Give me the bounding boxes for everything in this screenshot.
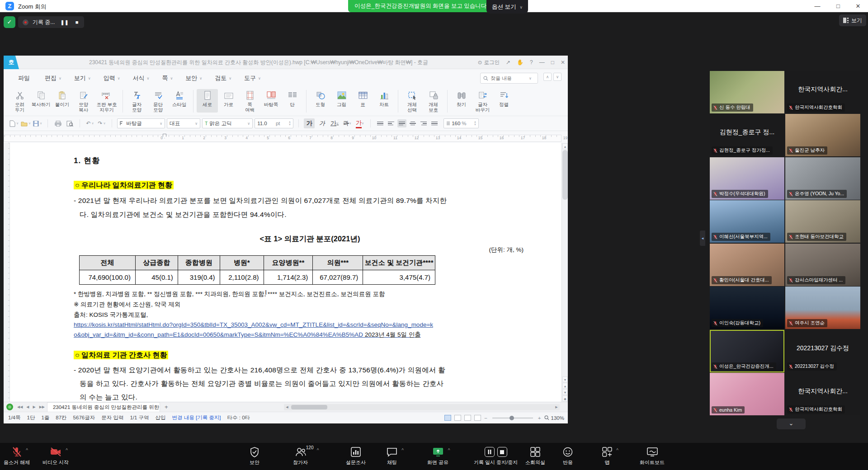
hwp-menu-item[interactable]: 보기∨: [68, 69, 97, 87]
last-tab-button[interactable]: ▶▶: [38, 405, 46, 409]
chevron-up-icon[interactable]: ^: [317, 448, 319, 453]
spacing-down-stepper[interactable]: ∨: [474, 123, 476, 126]
hwp-feedback-button[interactable]: ✋: [517, 59, 524, 66]
add-tab-button[interactable]: +: [161, 404, 172, 410]
hwp-search-input[interactable]: [491, 75, 527, 81]
participant-tile[interactable]: 한국지역사회간... 한국지역사회간호학회: [785, 71, 860, 113]
open-document-button[interactable]: ∨: [21, 118, 31, 128]
participant-tile[interactable]: 이인숙(강동대학교): [710, 287, 784, 329]
participant-tile[interactable]: eunha Kim: [710, 373, 784, 415]
paste-button[interactable]: 붙이기: [52, 89, 73, 113]
align-left-button[interactable]: [387, 119, 396, 127]
page-margins-button[interactable]: 쪽여백: [239, 89, 260, 113]
hwp-close-button[interactable]: ✕: [561, 59, 565, 66]
scroll-right-button[interactable]: ▶: [553, 404, 560, 410]
sort-button[interactable]: 정렬: [493, 89, 514, 113]
pause-recording-icon[interactable]: [485, 447, 495, 457]
chevron-up-icon[interactable]: ^: [401, 448, 404, 453]
font-color-button[interactable]: 가∨: [354, 118, 365, 128]
source-url-link[interactable]: https://kosis.kr/statHtml/statHtml.do?or…: [74, 320, 546, 340]
master-page-button[interactable]: 바탕쪽: [260, 89, 282, 113]
align-both-button[interactable]: [376, 119, 385, 127]
replace-button[interactable]: 글자바꾸기: [472, 89, 493, 113]
columns-button[interactable]: 단: [282, 89, 303, 113]
participant-tile[interactable]: 울진군 남추자: [785, 114, 860, 156]
hwp-menu-item[interactable]: 보안∨: [179, 69, 208, 87]
participant-tile[interactable]: 신 동수 한림대: [710, 71, 784, 113]
hwp-login-button[interactable]: ⊙ 로그인: [478, 59, 500, 66]
save-button[interactable]: ∨: [33, 118, 42, 128]
redo-button[interactable]: ↷∨: [97, 118, 107, 128]
char-shape-button[interactable]: 글자모양: [126, 89, 147, 113]
vertical-scrollbar[interactable]: ▲ ▼ ▲ ▼ ◆: [561, 143, 568, 402]
style-button[interactable]: 스타일: [169, 89, 190, 113]
strike-button[interactable]: 과∨: [342, 118, 353, 128]
share-screen-button[interactable]: ^ 화면 공유: [427, 446, 448, 466]
remove-control-marks-button[interactable]: [###]조판 부호지우기: [94, 89, 119, 113]
hscrollbar-thumb[interactable]: [291, 405, 327, 409]
participant-tile[interactable]: 한국지역사회간... 한국지역사회간호학회: [785, 373, 860, 415]
copy-button[interactable]: 복사하기: [30, 89, 52, 113]
chevron-up-icon[interactable]: ^: [26, 448, 28, 453]
chat-button[interactable]: ^ 채팅: [387, 446, 397, 466]
insert-table-button[interactable]: 표: [352, 89, 373, 107]
hwp-menu-item[interactable]: 쪽∨: [156, 69, 179, 87]
hwp-menu-item[interactable]: 편집∨: [38, 69, 68, 87]
scroll-left-button[interactable]: ◀: [284, 404, 290, 410]
panel-collapse-handle[interactable]: ◂: [700, 230, 705, 246]
share-options-button[interactable]: 옵션 보기∨: [486, 0, 528, 14]
recording-stop-button[interactable]: ■: [74, 19, 80, 25]
chevron-up-icon[interactable]: ^: [448, 448, 450, 453]
document-page[interactable]: 1. 현황 ○ 우리나라 일차의료기관 현황 - 2021년 말 현재 우리나라…: [10, 143, 561, 402]
next-page-button[interactable]: ▼: [562, 389, 568, 395]
align-right-button[interactable]: [419, 119, 428, 127]
page-landscape-button[interactable]: 가로: [218, 89, 239, 113]
zoom-level[interactable]: 130%: [544, 415, 564, 421]
font-combo[interactable]: T맑은 고딕∨: [202, 118, 253, 128]
recording-pause-stop-button[interactable]: 기록 일시 중지/중지: [474, 446, 518, 466]
prev-page-button[interactable]: ▲: [562, 383, 568, 389]
zoom-in-button[interactable]: +: [538, 415, 541, 421]
window-minimize-button[interactable]: —: [807, 0, 827, 12]
assistant-icon[interactable]: [6, 404, 13, 410]
participant-tile-active-speaker[interactable]: 이성은_한국건강증진개...: [710, 330, 784, 372]
view-layout-button[interactable]: 보기: [839, 14, 866, 26]
start-video-button[interactable]: ^ 비디오 시작: [42, 446, 69, 466]
participant-tile[interactable]: 이혜선(서울북부지역...: [710, 200, 784, 243]
zoom-out-button[interactable]: −: [484, 415, 487, 421]
chevron-up-icon[interactable]: ^: [616, 448, 618, 453]
object-select-button[interactable]: 개체선택: [401, 89, 423, 113]
first-tab-button[interactable]: ◀◀: [16, 405, 24, 409]
hwp-help-button[interactable]: ?: [530, 59, 533, 66]
hwp-search-box[interactable]: ∨: [480, 73, 538, 84]
hwp-menu-item[interactable]: 파일: [12, 69, 38, 87]
reactions-button[interactable]: 반응: [563, 446, 573, 466]
whiteboard-button[interactable]: 화이트보드: [640, 446, 665, 466]
polls-button[interactable]: 설문조사: [346, 446, 366, 466]
prev-tab-button[interactable]: ◀: [25, 405, 30, 409]
participant-tile[interactable]: 김현정_종로구 정... 김현정_종로구 정가정...: [710, 114, 784, 156]
participants-button[interactable]: 120^ 참가자: [293, 446, 308, 466]
unmute-button[interactable]: ^ 음소거 해제: [4, 446, 30, 466]
page-portrait-button[interactable]: 세로: [197, 89, 218, 113]
paragraph-shape-button[interactable]: 문단모양: [147, 89, 169, 113]
view-mode-page-button[interactable]: [444, 415, 451, 421]
next-tab-button[interactable]: ▶: [31, 405, 37, 409]
hwp-menu-item[interactable]: 도구∨: [238, 69, 267, 87]
object-protect-button[interactable]: 개체보호: [423, 89, 444, 113]
participant-tile[interactable]: 여주시 조연순: [785, 287, 860, 329]
participant-tile[interactable]: 202213027 김수정 202213027 김수정: [785, 330, 860, 372]
size-down-stepper[interactable]: ∨: [289, 123, 291, 126]
participant-tile[interactable]: 박정수(우석대대학원): [710, 157, 784, 200]
copy-format-button[interactable]: 모양복사: [73, 89, 94, 113]
new-document-button[interactable]: ∨: [9, 118, 19, 128]
rep-font-combo[interactable]: 대표∨: [167, 118, 200, 128]
window-close-button[interactable]: ✕: [848, 0, 868, 12]
insert-chart-button[interactable]: 차트: [373, 89, 395, 107]
scroll-up-button[interactable]: ▲: [562, 143, 568, 149]
recording-pause-button[interactable]: ❚❚: [59, 19, 70, 25]
print-preview-button[interactable]: [65, 118, 75, 128]
align-justify-button[interactable]: [397, 119, 406, 127]
zoom-slider-knob[interactable]: [509, 416, 514, 420]
hwp-fullscreen-button[interactable]: ↗: [506, 59, 510, 66]
